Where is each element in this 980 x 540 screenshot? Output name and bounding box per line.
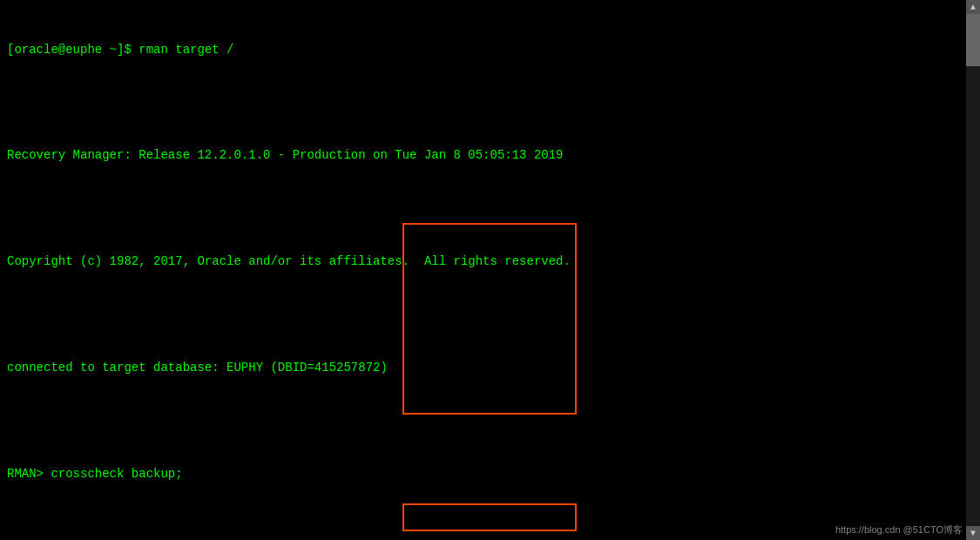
terminal-window: [oracle@euphe ~]$ rman target / Recovery… xyxy=(0,0,980,540)
terminal-output: [oracle@euphe ~]$ rman target / Recovery… xyxy=(0,0,980,540)
terminal-line-9: RMAN> crosscheck backup; xyxy=(7,465,973,483)
watermark: https://blog.cdn @51CTO博客 xyxy=(835,523,963,537)
terminal-line-7: connected to target database: EUPHY (DBI… xyxy=(7,359,973,376)
scrollbar-thumb[interactable] xyxy=(966,14,980,66)
scroll-down-arrow[interactable]: ▼ xyxy=(966,526,980,540)
scrollbar-track[interactable] xyxy=(966,14,980,526)
terminal-line-1: [oracle@euphe ~]$ rman target / xyxy=(7,41,973,58)
terminal-line-5: Copyright (c) 1982, 2017, Oracle and/or … xyxy=(7,253,973,270)
terminal-line-8 xyxy=(7,412,973,429)
terminal-line-10 xyxy=(7,518,973,536)
scroll-up-arrow[interactable]: ▲ xyxy=(966,0,980,14)
terminal-line-3: Recovery Manager: Release 12.2.0.1.0 - P… xyxy=(7,146,973,164)
scrollbar[interactable]: ▲ ▼ xyxy=(966,0,980,540)
terminal-line-2 xyxy=(7,93,973,111)
terminal-line-6 xyxy=(7,306,973,323)
terminal-line-4 xyxy=(7,199,973,217)
